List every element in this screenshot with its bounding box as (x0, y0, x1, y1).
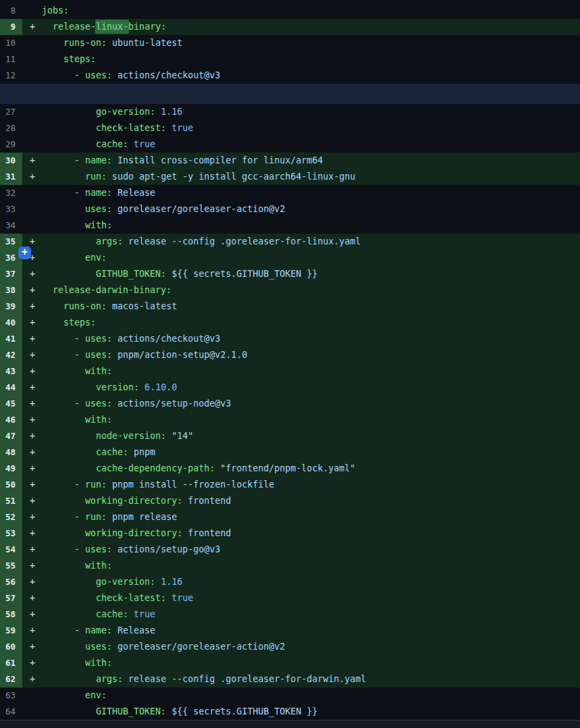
line-number[interactable]: 48 (0, 444, 22, 461)
code-token: cache: (42, 139, 128, 149)
diff-row: 46+ with: (0, 412, 580, 428)
diff-row: 52+ - run: pnpm release (0, 509, 580, 525)
line-number[interactable]: 37 (0, 266, 22, 282)
line-number[interactable]: 38 (0, 282, 22, 298)
line-number[interactable]: 56 (0, 574, 22, 590)
diff-marker: + (22, 347, 42, 363)
code-token: args: (42, 236, 123, 246)
code-token: cache: (42, 447, 128, 457)
line-number[interactable]: 60 (0, 639, 22, 655)
code-token: run: (42, 172, 107, 182)
line-number[interactable]: 59 (0, 623, 22, 639)
line-number[interactable]: 40 (0, 315, 22, 331)
line-number[interactable]: 32 (0, 185, 22, 201)
code-line: - uses: actions/checkout@v3 (42, 68, 580, 84)
code-line: steps: (42, 51, 580, 68)
diff-marker: + (22, 671, 42, 687)
line-number[interactable]: 30 (0, 153, 22, 169)
diff-row: 36+ env:+ (0, 250, 580, 266)
code-token: runs-on: (42, 301, 107, 311)
diff-marker: + (22, 428, 42, 444)
code-token: jobs: (42, 5, 69, 16)
diff-row: 29 cache: true (0, 136, 580, 153)
line-number[interactable]: 61 (0, 655, 22, 671)
line-number[interactable]: 33 (0, 201, 22, 217)
line-number[interactable]: 29 (0, 136, 22, 153)
line-number[interactable]: 12 (0, 68, 22, 84)
line-number[interactable]: 43 (0, 363, 22, 380)
line-number[interactable]: 50 (0, 477, 22, 493)
code-token: uses: (42, 204, 112, 214)
code-token: release --config .goreleaser-for-linux.y… (123, 236, 361, 246)
code-token: actions/setup-go@v3 (112, 544, 220, 554)
diff-row: 10 runs-on: ubuntu-latest (0, 35, 580, 51)
line-number[interactable]: 53 (0, 525, 22, 542)
code-line: GITHUB_TOKEN: ${{ secrets.GITHUB_TOKEN }… (42, 704, 580, 720)
code-token: goreleaser/goreleaser-action@v2 (112, 642, 285, 652)
code-token: release- (42, 22, 96, 32)
diff-row: 12 - uses: actions/checkout@v3 (0, 68, 580, 84)
diff-row: 45+ - uses: actions/setup-node@v3 (0, 396, 580, 412)
line-number[interactable]: 49 (0, 461, 22, 477)
diff-code-area: 8jobs:9+ release-linux-binary:10 runs-on… (0, 0, 580, 720)
diff-marker (22, 704, 42, 720)
line-number[interactable]: 47 (0, 428, 22, 444)
code-token: args: (42, 674, 123, 684)
diff-marker: + (22, 639, 42, 655)
line-number[interactable]: 52 (0, 509, 22, 525)
code-token: run: (85, 479, 107, 490)
line-number[interactable]: 57 (0, 590, 22, 606)
code-token: binary: (128, 22, 166, 32)
line-number[interactable]: 8 (0, 3, 22, 19)
line-number[interactable]: 34 (0, 217, 22, 234)
line-number[interactable]: 54 (0, 542, 22, 558)
line-number[interactable]: 64 (0, 704, 22, 720)
diff-marker: + (22, 412, 42, 428)
diff-row: 44+ version: 6.10.0 (0, 380, 580, 396)
line-number[interactable]: 9 (0, 19, 22, 35)
diff-marker: + (22, 315, 42, 331)
code-line: GITHUB_TOKEN: ${{ secrets.GITHUB_TOKEN }… (42, 266, 580, 282)
code-token: uses: (85, 334, 112, 344)
diff-marker: + (22, 542, 42, 558)
line-number[interactable]: 11 (0, 51, 22, 68)
diff-marker: + (22, 574, 42, 590)
line-number[interactable]: 58 (0, 606, 22, 623)
diff-marker: + (22, 266, 42, 282)
diff-row: 42+ - uses: pnpm/action-setup@v2.1.0 (0, 347, 580, 363)
code-token: - (42, 188, 85, 198)
line-number[interactable]: 39 (0, 298, 22, 315)
code-line: cache: true (42, 136, 580, 153)
line-number[interactable]: 46 (0, 412, 22, 428)
diff-row: 51+ working-directory: frontend (0, 493, 580, 509)
line-number[interactable]: 27 (0, 104, 22, 120)
code-line: version: 6.10.0 (42, 380, 580, 396)
code-token: true (166, 123, 193, 133)
code-token: version: (42, 382, 139, 392)
code-line: run: sudo apt-get -y install gcc-aarch64… (42, 169, 580, 185)
line-number[interactable]: 10 (0, 35, 22, 51)
line-number[interactable]: 31 (0, 169, 22, 185)
code-line: with: (42, 363, 580, 380)
code-token: Release (112, 625, 155, 635)
diff-row: 40+ steps: (0, 315, 580, 331)
search-highlight: linux- (95, 20, 129, 34)
line-number[interactable]: 62 (0, 671, 22, 687)
code-line: args: release --config .goreleaser-for-l… (42, 234, 580, 250)
line-number[interactable]: 44 (0, 380, 22, 396)
line-number[interactable]: 42 (0, 347, 22, 363)
diff-row: 50+ - run: pnpm install --frozen-lockfil… (0, 477, 580, 493)
code-token: ubuntu-latest (107, 38, 182, 48)
line-number[interactable]: 45 (0, 396, 22, 412)
diff-marker (22, 68, 42, 84)
code-line: release-darwin-binary: (42, 282, 580, 298)
add-comment-button[interactable]: + (18, 246, 31, 259)
line-number[interactable]: 55 (0, 558, 22, 574)
line-number[interactable]: 63 (0, 687, 22, 704)
line-number[interactable]: 28 (0, 120, 22, 136)
line-number[interactable]: 41 (0, 331, 22, 347)
diff-marker (22, 136, 42, 153)
line-number[interactable]: 51 (0, 493, 22, 509)
diff-marker: + (22, 380, 42, 396)
diff-row: 32 - name: Release (0, 185, 580, 201)
